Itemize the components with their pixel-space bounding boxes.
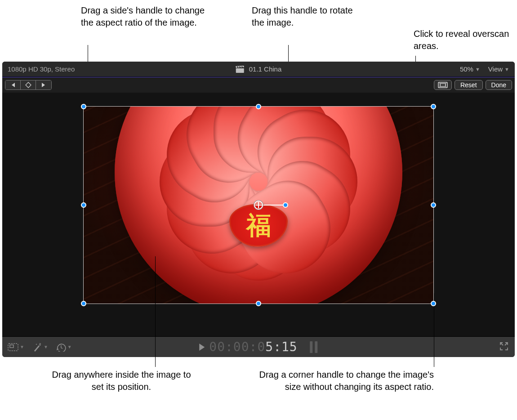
transform-bounding-box[interactable]: 福	[83, 106, 434, 304]
format-label: 1080p HD 30p, Stereo	[8, 65, 75, 73]
corner-handle-bl[interactable]	[81, 301, 86, 306]
rotate-handle[interactable]	[283, 202, 288, 208]
done-button[interactable]: Done	[486, 80, 512, 90]
viewer-bottombar: ▼ ▼ ▼ 00:00:05:15	[2, 336, 515, 357]
chevron-down-icon: ▼	[504, 67, 509, 72]
transport-controls: 00:00:05:15	[199, 340, 317, 354]
reset-button[interactable]: Reset	[455, 80, 483, 90]
callout-line	[155, 256, 156, 367]
prev-edit-button[interactable]	[5, 80, 21, 89]
zoom-value: 50%	[460, 65, 473, 73]
viewer-topbar: 1080p HD 30p, Stereo 01.1 China 50% ▼ Vi…	[2, 62, 515, 77]
side-handle-top[interactable]	[256, 104, 261, 109]
chevron-down-icon: ▼	[475, 67, 480, 72]
svg-rect-7	[10, 345, 13, 348]
keyframe-button[interactable]	[21, 80, 36, 89]
view-label: View	[488, 65, 503, 73]
clip-name: 01.1 China	[249, 65, 282, 73]
corner-handle-tr[interactable]	[431, 104, 436, 109]
chevron-down-icon: ▼	[44, 344, 48, 349]
side-handle-left[interactable]	[81, 202, 86, 208]
nav-segment-group	[5, 80, 52, 90]
callout-inside: Drag anywhere inside the image to set it…	[52, 369, 191, 393]
view-dropdown[interactable]: View ▼	[488, 65, 509, 73]
svg-rect-1	[440, 84, 446, 86]
svg-rect-0	[438, 82, 447, 88]
viewer-canvas[interactable]: 福	[2, 93, 515, 336]
overscan-toggle-button[interactable]	[434, 80, 452, 90]
corner-handle-tl[interactable]	[81, 104, 86, 109]
anchor-point[interactable]	[254, 201, 263, 210]
clapperboard-icon	[236, 66, 245, 73]
effects-popup[interactable]: ▼	[8, 343, 24, 351]
callout-side-handle: Drag a side's handle to change the aspec…	[81, 4, 216, 29]
chevron-down-icon: ▼	[20, 344, 24, 349]
callout-corner: Drag a corner handle to change the image…	[254, 369, 434, 393]
side-handle-right[interactable]	[431, 202, 436, 208]
clip-title: 01.1 China	[236, 65, 282, 73]
retime-popup[interactable]: ▼	[56, 343, 72, 352]
viewer-panel: 1080p HD 30p, Stereo 01.1 China 50% ▼ Vi…	[2, 62, 515, 357]
callout-overscan: Click to reveal overscan areas.	[414, 28, 513, 52]
next-edit-button[interactable]	[36, 80, 51, 89]
play-button[interactable]	[199, 344, 205, 351]
enhance-popup[interactable]: ▼	[32, 343, 48, 352]
side-handle-bottom[interactable]	[256, 301, 261, 306]
timecode-bright: 5:15	[265, 340, 297, 354]
chevron-down-icon: ▼	[67, 344, 72, 349]
zoom-dropdown[interactable]: 50% ▼	[460, 65, 480, 73]
transform-toolbar: Reset Done	[2, 77, 515, 93]
callout-rotate-handle: Drag this handle to rotate the image.	[252, 4, 360, 29]
timecode-dim: 00:00:0	[209, 340, 265, 354]
fullscreen-button[interactable]	[499, 342, 508, 353]
timecode-display[interactable]: 00:00:05:15	[209, 340, 297, 354]
corner-handle-br[interactable]	[431, 301, 436, 306]
audio-meter-icon[interactable]	[310, 341, 318, 353]
